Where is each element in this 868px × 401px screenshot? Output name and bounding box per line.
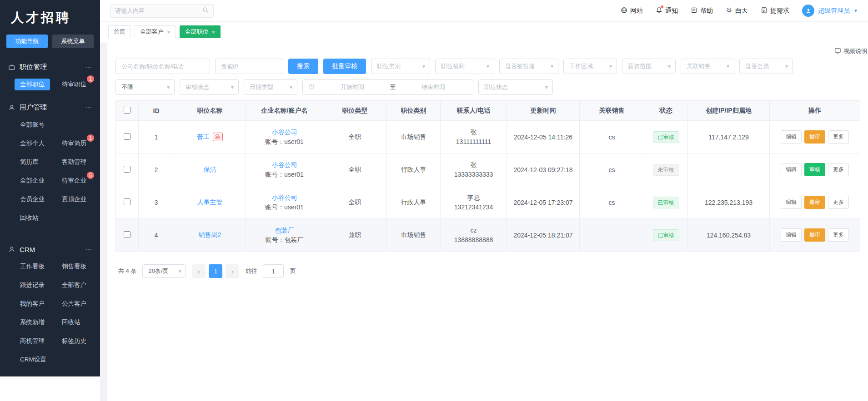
select-unlimited[interactable]: 不限 xyxy=(115,79,175,95)
theme-toggle-button[interactable]: 白天 xyxy=(726,7,748,15)
global-search-input[interactable] xyxy=(115,7,199,14)
page-size-select[interactable]: 20条/页 xyxy=(142,264,186,278)
select-position-status[interactable]: 职位状态 xyxy=(478,79,553,95)
date-range-picker[interactable]: 开始时间 至 结束时间 xyxy=(302,79,473,95)
cell-category: 市场销售 xyxy=(387,121,441,153)
edit-button[interactable]: 编辑 xyxy=(781,130,802,144)
more-button[interactable]: 更多 xyxy=(828,163,849,176)
sidebar-item-pending-positions[interactable]: 待审职位 1 xyxy=(62,79,86,90)
sidebar-item-tag-history[interactable]: 标签历史 xyxy=(62,335,86,347)
close-icon[interactable]: × xyxy=(167,29,171,35)
position-link[interactable]: 保洁 xyxy=(204,166,216,173)
notification-dot xyxy=(660,5,664,9)
end-date-input[interactable]: 结束时间 xyxy=(400,83,468,91)
row-checkbox[interactable] xyxy=(124,231,130,238)
position-link[interactable]: 销售岗2 xyxy=(199,231,221,238)
sidebar-item-member-companies[interactable]: 会员企业 xyxy=(20,193,45,205)
sidebar-item-followup-records[interactable]: 跟进记录 xyxy=(20,279,45,291)
edit-button[interactable]: 编辑 xyxy=(781,196,802,209)
search-icon[interactable] xyxy=(202,7,209,15)
sidebar-item-opportunity-management[interactable]: 商机管理 xyxy=(20,335,45,347)
select-audit-status[interactable]: 审核状态 xyxy=(180,79,239,95)
tab-function-nav[interactable]: 功能导航 xyxy=(6,35,48,48)
select-placeholder: 职位类别 xyxy=(377,62,401,70)
select-related-sales[interactable]: 关联销售 xyxy=(681,59,734,74)
ip-search-input[interactable] xyxy=(215,59,283,74)
sidebar-item-resume-library[interactable]: 简历库 xyxy=(20,156,39,168)
company-link[interactable]: 小谷公司 xyxy=(272,194,297,201)
company-link[interactable]: 包装厂 xyxy=(275,227,294,234)
more-button[interactable]: 更多 xyxy=(828,130,849,144)
page-1-button[interactable]: 1 xyxy=(209,264,222,278)
sidebar-item-all-persons[interactable]: 全部个人 xyxy=(20,138,45,149)
goto-page-input[interactable] xyxy=(263,264,284,278)
edit-button[interactable]: 编辑 xyxy=(781,228,802,242)
website-label: 网站 xyxy=(630,7,643,15)
more-button[interactable]: 更多 xyxy=(828,196,849,209)
theme-label: 白天 xyxy=(735,7,748,15)
notifications-button[interactable]: 通知 xyxy=(656,7,678,15)
sidebar-item-all-positions[interactable]: 全部职位 xyxy=(15,79,50,90)
select-work-area[interactable]: 工作区域 xyxy=(563,59,617,74)
edit-button[interactable]: 编辑 xyxy=(781,163,802,176)
sidebar-item-all-accounts[interactable]: 全部账号 xyxy=(20,119,45,131)
close-icon[interactable]: × xyxy=(212,29,216,35)
next-page-button[interactable]: › xyxy=(226,264,239,278)
cell-ip xyxy=(688,153,770,186)
select-all-checkbox[interactable] xyxy=(124,107,130,114)
more-icon[interactable]: ⋯ xyxy=(85,104,92,112)
select-date-type[interactable]: 日期类型 xyxy=(244,79,297,95)
search-button[interactable]: 搜索 xyxy=(288,59,318,74)
review-button[interactable]: 审核 xyxy=(804,163,825,176)
prev-page-button[interactable]: ‹ xyxy=(192,264,206,278)
sidebar-item-top-companies[interactable]: 置顶企业 xyxy=(62,193,86,205)
sidebar-item-public-customers[interactable]: 公共客户 xyxy=(62,298,86,310)
row-checkbox[interactable] xyxy=(124,166,130,173)
batch-review-button[interactable]: 批量审核 xyxy=(323,59,366,74)
chevron-down-icon: ▼ xyxy=(853,8,858,13)
revoke-review-button[interactable]: 撤审 xyxy=(804,196,825,209)
sidebar-item-my-customers[interactable]: 我的客户 xyxy=(20,298,45,310)
user-menu[interactable]: 超级管理员 ▼ xyxy=(802,5,858,17)
sidebar-item-system-new[interactable]: 系统新增 xyxy=(20,317,45,328)
website-button[interactable]: 网站 xyxy=(621,7,643,15)
row-checkbox[interactable] xyxy=(124,198,130,205)
revoke-review-button[interactable]: 撤审 xyxy=(804,228,825,242)
sidebar-item-all-companies[interactable]: 全部企业 xyxy=(20,175,45,187)
tab-home[interactable]: 首页 xyxy=(108,25,131,38)
start-date-input[interactable]: 开始时间 xyxy=(318,83,386,91)
tab-system-menu[interactable]: 系统菜单 xyxy=(52,35,94,48)
sidebar-item-pending-companies[interactable]: 待审企业 5 xyxy=(62,175,86,187)
help-button[interactable]: 帮助 xyxy=(691,7,713,15)
sidebar-item-crm-recycle-bin[interactable]: 回收站 xyxy=(62,317,80,328)
tab-all-positions[interactable]: 全部职位 × xyxy=(180,25,221,38)
more-icon[interactable]: ⋯ xyxy=(85,245,92,253)
user-icon xyxy=(8,246,15,253)
more-button[interactable]: 更多 xyxy=(828,228,849,242)
cell-ip: 117.147.2.129 xyxy=(688,121,770,153)
sidebar-item-workboard[interactable]: 工作看板 xyxy=(20,261,45,272)
tab-all-customers[interactable]: 全部客户 × xyxy=(135,25,176,38)
sidebar-item-crm-settings[interactable]: CRM设置 xyxy=(20,354,46,366)
company-link[interactable]: 小谷公司 xyxy=(272,129,297,136)
revoke-review-button[interactable]: 撤审 xyxy=(804,130,825,144)
position-link[interactable]: 普工 xyxy=(197,133,210,140)
more-icon[interactable]: ⋯ xyxy=(85,63,92,71)
company-link[interactable]: 小谷公司 xyxy=(272,161,297,168)
select-salary-range[interactable]: 薪资范围 xyxy=(622,59,676,74)
keyword-search-input[interactable] xyxy=(115,59,210,74)
video-help-link[interactable]: 视频说明 xyxy=(834,47,867,55)
select-is-applied[interactable]: 是否被投递 xyxy=(499,59,558,74)
cell-status: 已审核 xyxy=(644,121,688,153)
sidebar-item-pending-resumes[interactable]: 待审简历 1 xyxy=(62,138,86,149)
sidebar-item-recycle-bin[interactable]: 回收站 xyxy=(20,212,39,224)
sidebar-item-all-customers[interactable]: 全部客户 xyxy=(62,279,86,291)
select-position-category[interactable]: 职位类别 xyxy=(371,59,430,74)
sidebar-item-customer-care[interactable]: 客勤管理 xyxy=(62,156,86,168)
select-position-benefits[interactable]: 职位福利 xyxy=(435,59,494,74)
position-link[interactable]: 人事主管 xyxy=(197,198,223,206)
sidebar-item-sales-board[interactable]: 销售看板 xyxy=(62,261,86,272)
row-checkbox[interactable] xyxy=(124,133,130,140)
feature-request-button[interactable]: 提需求 xyxy=(761,7,789,15)
select-is-member[interactable]: 是否会员 xyxy=(739,59,793,74)
